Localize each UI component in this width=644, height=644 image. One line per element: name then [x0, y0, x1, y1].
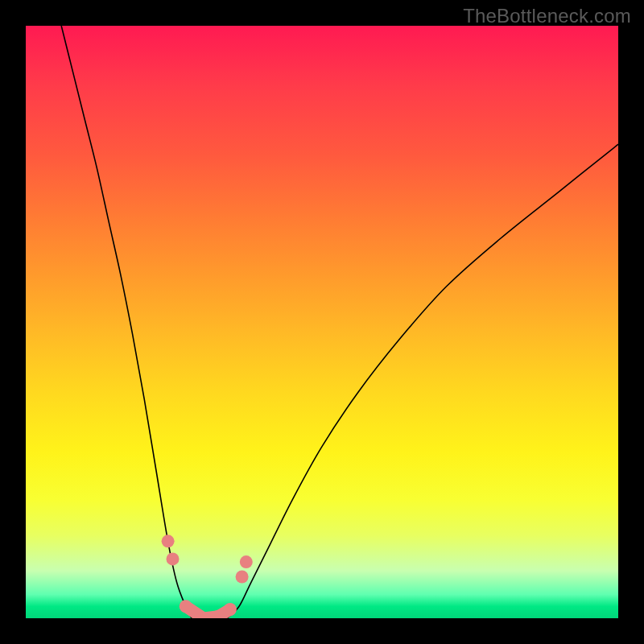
watermark-text: TheBottleneck.com [463, 5, 631, 27]
data-marker [167, 552, 180, 565]
plot-area [26, 26, 618, 618]
curve-layer [26, 26, 618, 618]
right-curve [227, 144, 618, 618]
chart-frame: TheBottleneck.com [0, 0, 644, 644]
data-marker [162, 535, 175, 547]
data-marker [180, 600, 192, 613]
data-marker [236, 571, 249, 584]
left-curve [61, 26, 192, 618]
data-marker [224, 603, 237, 616]
data-marker [240, 555, 253, 568]
